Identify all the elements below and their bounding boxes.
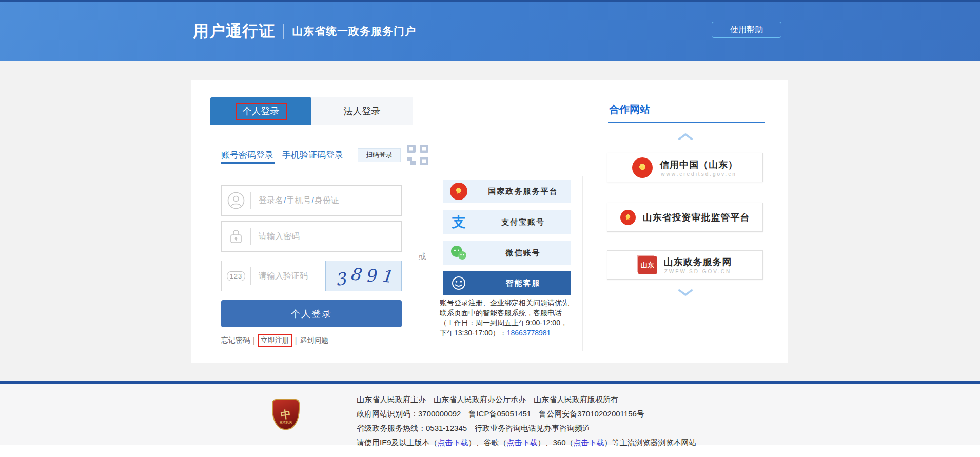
footer-line-3: 省级政务服务热线：0531-12345 行政业务咨询电话见办事咨询频道 bbox=[357, 421, 697, 435]
tab-personal-label: 个人登录 bbox=[243, 106, 280, 116]
page-title: 用户通行证 bbox=[193, 21, 275, 42]
national-emblem-icon bbox=[632, 157, 653, 178]
field-divider bbox=[250, 192, 251, 209]
or-label: 或 bbox=[416, 249, 429, 264]
annotation-box-personal: 个人登录 bbox=[236, 103, 287, 120]
captcha-digit: 9 bbox=[365, 265, 377, 286]
helper-links-row: 忘记密码 | 立即注册 | 遇到问题 bbox=[221, 334, 328, 347]
third-party-label: 智能客服 bbox=[475, 279, 571, 288]
national-platform-login-button[interactable]: 国家政务服务平台 bbox=[443, 180, 571, 203]
header: 用户通行证 山东省统一政务服务门户 使用帮助 bbox=[0, 2, 980, 61]
portal-subtitle: 山东省统一政务服务门户 bbox=[292, 24, 416, 38]
brand-divider bbox=[283, 24, 284, 39]
method-scan-login[interactable]: 扫码登录 bbox=[358, 148, 401, 162]
username-placeholder-part: 手机号 bbox=[286, 196, 311, 205]
user-icon bbox=[222, 192, 250, 209]
alipay-icon: 支 bbox=[443, 213, 475, 231]
red-seal-icon: 山东 bbox=[638, 256, 657, 274]
personal-login-button[interactable]: 个人登录 bbox=[221, 300, 402, 327]
captcha-digit: 8 bbox=[349, 264, 362, 285]
third-party-label: 国家政务服务平台 bbox=[475, 187, 571, 196]
method-sms-login[interactable]: 手机验证码登录 bbox=[282, 149, 343, 161]
partner-credit-china[interactable]: 信用中国（山东） www.creditsd.gov.cn bbox=[607, 153, 763, 182]
partner-name: 山东省投资审批监管平台 bbox=[643, 211, 750, 224]
browser-note-text: ）等主流浏览器浏览本网站 bbox=[604, 438, 697, 447]
captcha-image[interactable]: 3 8 9 1 bbox=[325, 261, 402, 291]
footer-line-4: 请使用IE9及以上版本（点击下载）、谷歌（点击下载）、360（点击下载）等主流浏… bbox=[357, 435, 697, 450]
username-placeholder-part: 身份证 bbox=[315, 196, 339, 205]
partner-url: www.creditsd.gov.cn bbox=[661, 171, 736, 177]
browser-note-text: ）、谷歌（ bbox=[468, 438, 507, 447]
partner-url: ZWFW.SD.GOV.CN bbox=[664, 269, 732, 274]
national-emblem-icon bbox=[620, 210, 636, 225]
tab-legal-label: 法人登录 bbox=[344, 105, 381, 117]
smart-service-icon bbox=[443, 275, 475, 291]
smart-service-button[interactable]: 智能客服 bbox=[443, 271, 571, 295]
partner-text: 山东政务服务网 ZWFW.SD.GOV.CN bbox=[664, 256, 732, 274]
username-input[interactable]: 登录名/手机号/身份证 bbox=[221, 185, 402, 216]
footer-line-1: 山东省人民政府主办 山东省人民政府办公厅承办 山东省人民政府版权所有 bbox=[357, 392, 697, 407]
password-placeholder: 请输入密码 bbox=[259, 231, 300, 242]
chevron-down-icon[interactable] bbox=[678, 289, 693, 296]
download-link-360[interactable]: 点击下载 bbox=[574, 438, 604, 447]
link-separator: | bbox=[295, 336, 297, 345]
partners-title-underline bbox=[608, 122, 765, 123]
login-card: 个人登录 法人登录 账号密码登录 手机验证码登录 扫码登录 bbox=[191, 80, 788, 363]
footer: 中 党政机关 山东省人民政府主办 山东省人民政府办公厅承办 山东省人民政府版权所… bbox=[0, 384, 980, 445]
partner-government-service[interactable]: 山东 山东政务服务网 ZWFW.SD.GOV.CN bbox=[607, 250, 763, 280]
method-password-login[interactable]: 账号密码登录 bbox=[221, 149, 273, 161]
alipay-login-button[interactable]: 支 支付宝账号 bbox=[443, 210, 571, 234]
badge-glyph: 中 bbox=[280, 409, 292, 421]
field-divider bbox=[250, 267, 251, 285]
captcha-input[interactable]: 123 请输入验证码 bbox=[221, 261, 322, 291]
captcha-placeholder: 请输入验证码 bbox=[259, 271, 308, 282]
trouble-link[interactable]: 遇到问题 bbox=[300, 336, 328, 345]
national-emblem-icon bbox=[443, 183, 475, 200]
help-button[interactable]: 使用帮助 bbox=[712, 22, 781, 38]
alipay-glyph: 支 bbox=[452, 213, 466, 231]
captcha-digit: 1 bbox=[380, 266, 393, 287]
footer-text-block: 山东省人民政府主办 山东省人民政府办公厅承办 山东省人民政府版权所有 政府网站识… bbox=[357, 392, 697, 450]
tab-personal-login[interactable]: 个人登录 bbox=[210, 97, 311, 125]
download-link-ie[interactable]: 点击下载 bbox=[438, 438, 468, 447]
brand: 用户通行证 山东省统一政务服务门户 bbox=[193, 2, 416, 61]
numbers-icon-text: 123 bbox=[227, 271, 246, 281]
tab-legal-login[interactable]: 法人登录 bbox=[311, 97, 413, 125]
badge-text: 党政机关 bbox=[280, 420, 292, 425]
annotation-box-register: 立即注册 bbox=[258, 334, 292, 347]
or-divider-line bbox=[422, 177, 422, 296]
wechat-icon bbox=[443, 245, 475, 261]
method-separator-line bbox=[221, 164, 579, 164]
section-divider-line bbox=[582, 176, 583, 351]
wechat-login-button[interactable]: 微信账号 bbox=[443, 241, 571, 265]
third-party-label: 支付宝账号 bbox=[475, 217, 571, 227]
partners-title: 合作网站 bbox=[609, 103, 650, 116]
service-help-text: 账号登录注册、企业绑定相关问题请优先联系页面中的智能客服系统，客服电话（工作日：… bbox=[440, 298, 573, 338]
page: 用户通行证 山东省统一政务服务门户 使用帮助 个人登录 法人登录 账号密码登录 … bbox=[0, 0, 980, 457]
password-input[interactable]: 请输入密码 bbox=[221, 221, 402, 252]
forgot-password-link[interactable]: 忘记密码 bbox=[221, 336, 250, 345]
captcha-digit: 3 bbox=[334, 268, 347, 290]
download-link-chrome[interactable]: 点击下载 bbox=[507, 438, 538, 447]
lock-icon bbox=[222, 228, 250, 245]
partner-text: 信用中国（山东） www.creditsd.gov.cn bbox=[660, 158, 738, 177]
partner-name: 山东政务服务网 bbox=[664, 256, 732, 268]
footer-line-2: 政府网站识别码：3700000092 鲁ICP备05051451 鲁公网安备37… bbox=[357, 407, 697, 421]
qr-code-icon[interactable] bbox=[407, 145, 428, 165]
register-link[interactable]: 立即注册 bbox=[261, 336, 289, 344]
third-party-label: 微信账号 bbox=[475, 248, 571, 258]
browser-note-text: 请使用IE9及以上版本（ bbox=[357, 438, 438, 447]
username-placeholder: 登录名/手机号/身份证 bbox=[259, 195, 339, 206]
service-phone-link[interactable]: 18663778981 bbox=[507, 329, 551, 337]
partner-investment-platform[interactable]: 山东省投资审批监管平台 bbox=[607, 203, 763, 232]
numbers-icon: 123 bbox=[222, 271, 250, 281]
username-placeholder-part: 登录名 bbox=[259, 196, 283, 205]
main-background: 个人登录 法人登录 账号密码登录 手机验证码登录 扫码登录 bbox=[0, 61, 980, 381]
government-badge-icon: 中 党政机关 bbox=[272, 399, 300, 430]
seal-text: 山东 bbox=[641, 261, 654, 270]
partner-text: 山东省投资审批监管平台 bbox=[643, 211, 750, 224]
chevron-up-icon[interactable] bbox=[678, 133, 693, 141]
field-divider bbox=[250, 228, 251, 245]
link-separator: | bbox=[253, 336, 255, 345]
browser-note-text: ）、360（ bbox=[538, 438, 574, 447]
